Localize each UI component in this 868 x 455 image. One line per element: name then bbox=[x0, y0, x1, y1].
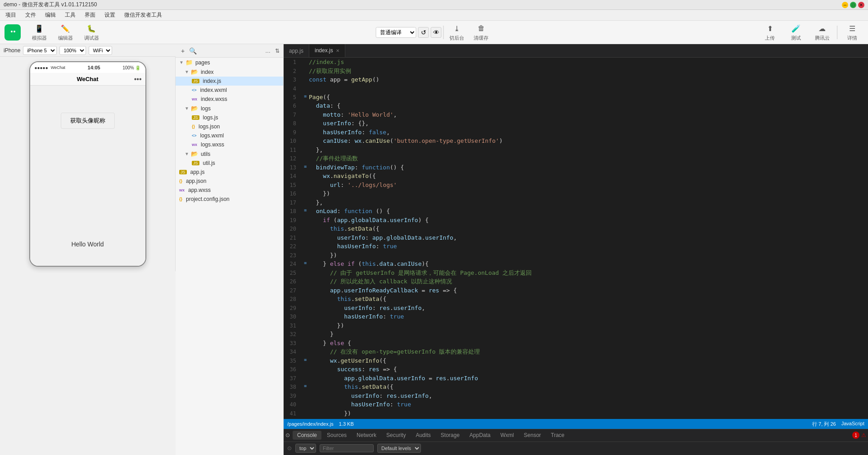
switchboard-button[interactable]: ⤓ 切后台 bbox=[446, 21, 468, 43]
cloud-icon: ☁ bbox=[817, 23, 827, 34]
filetree-item-logs-js[interactable]: JS logs.js bbox=[176, 113, 283, 122]
app-logo bbox=[5, 24, 21, 41]
tab-audits[interactable]: Audits bbox=[411, 431, 435, 440]
network-select[interactable]: WiFi 4G 3G bbox=[89, 46, 112, 55]
code-line-18: 18 ≡ onLoad: function () { bbox=[284, 207, 868, 216]
nav-more-button[interactable]: ••• bbox=[134, 75, 142, 83]
toolbar-right: ⬆ 上传 🧪 测试 ☁ 腾讯云 ☰ 详情 bbox=[759, 21, 863, 43]
logs-expand-icon: ▼ bbox=[185, 106, 189, 111]
menu-devtools[interactable]: 微信开发者工具 bbox=[121, 10, 166, 20]
utils-folder-label: utils bbox=[201, 151, 210, 157]
menu-interface[interactable]: 界面 bbox=[81, 10, 99, 20]
code-line-34: 34 // 在没有 open-type=getUserInfo 版本的兼容处理 bbox=[284, 347, 868, 356]
filetree-item-logs-folder[interactable]: ▼ 📂 logs bbox=[176, 104, 283, 113]
tab-network[interactable]: Network bbox=[352, 431, 381, 440]
clear-cache-button[interactable]: 🗑 清缓存 bbox=[470, 21, 493, 43]
tab-sources[interactable]: Sources bbox=[322, 431, 351, 440]
tab-console[interactable]: Console bbox=[293, 431, 321, 440]
details-button[interactable]: ☰ 详情 bbox=[841, 21, 863, 43]
get-avatar-button[interactable]: 获取头像昵称 bbox=[61, 113, 115, 129]
debugger-button[interactable]: 🐛 调试器 bbox=[80, 21, 103, 43]
tab-trace[interactable]: Trace bbox=[547, 431, 569, 440]
context-select[interactable]: top bbox=[295, 444, 316, 453]
preview-eye-button[interactable]: 👁 bbox=[431, 27, 442, 38]
filetree-item-index-wxss[interactable]: wx index.wxss bbox=[176, 95, 283, 104]
logs-folder-label: logs bbox=[201, 105, 211, 112]
close-button[interactable]: ✕ bbox=[858, 2, 864, 8]
app-wxss-icon: wx bbox=[179, 188, 185, 192]
tab-wxml[interactable]: Wxml bbox=[496, 431, 519, 440]
filetree-sort-button[interactable]: ⇅ bbox=[275, 48, 280, 54]
tab-app-js[interactable]: app.js bbox=[284, 44, 309, 57]
tab-security[interactable]: Security bbox=[382, 431, 410, 440]
iphone-label: iPhone bbox=[4, 47, 20, 54]
filetree-more-button[interactable]: … bbox=[265, 48, 271, 54]
code-line-9: 9 hasUserInfo: false, bbox=[284, 128, 868, 137]
tab-appdata[interactable]: AppData bbox=[465, 431, 495, 440]
zoom-select[interactable]: 100% 75% 50% bbox=[59, 46, 86, 55]
filetree-item-index-js[interactable]: JS index.js bbox=[176, 77, 283, 86]
add-file-button[interactable]: + bbox=[179, 46, 186, 55]
code-line-27: 27 app.userInfoReadyCallback = res => { bbox=[284, 286, 868, 295]
filter-input[interactable] bbox=[320, 444, 374, 452]
filetree-item-logs-json[interactable]: {} logs.json bbox=[176, 122, 283, 131]
filetree-item-utils-folder[interactable]: ▼ 📂 utils bbox=[176, 149, 283, 159]
console-toggle-btn[interactable]: ⊙ bbox=[287, 445, 292, 451]
filetree-item-app-json[interactable]: {} app.json bbox=[176, 177, 283, 186]
test-button[interactable]: 🧪 测试 bbox=[785, 21, 807, 43]
filetree-item-index-wxml[interactable]: <> index.wxml bbox=[176, 86, 283, 95]
tab-storage[interactable]: Storage bbox=[436, 431, 464, 440]
tab-index-js-close[interactable]: ✕ bbox=[336, 48, 339, 53]
pages-label: pages bbox=[195, 59, 210, 66]
code-editor[interactable]: 1 //index.js 2 //获取应用实例 3 bbox=[284, 58, 868, 419]
test-icon: 🧪 bbox=[791, 23, 801, 34]
code-line-20: 20 this.setData({ bbox=[284, 224, 868, 233]
code-line-25: 25 // 由于 getUserInfo 是网络请求，可能会在 Page.onL… bbox=[284, 268, 868, 278]
switchboard-icon: ⤓ bbox=[452, 23, 462, 34]
filetree-item-util-js[interactable]: JS util.js bbox=[176, 159, 283, 168]
maximize-button[interactable]: □ bbox=[850, 2, 856, 8]
menu-settings[interactable]: 设置 bbox=[101, 10, 119, 20]
tab-index-js-label: index.js bbox=[315, 47, 333, 54]
app-title: demo - 微信开发者工具 v1.01.1712150 bbox=[4, 1, 97, 9]
filetree-item-pages[interactable]: ▼ 📁 pages bbox=[176, 58, 283, 67]
filetree-item-index-folder[interactable]: ▼ 📂 index bbox=[176, 67, 283, 77]
filetree-item-logs-wxss[interactable]: wx logs.wxss bbox=[176, 140, 283, 149]
cloud-button[interactable]: ☁ 腾讯云 bbox=[811, 21, 833, 43]
code-line-5: 5 ≡ Page({ bbox=[284, 93, 868, 102]
index-folder-icon: 📂 bbox=[191, 68, 198, 75]
compile-mode-select[interactable]: 普通编译 bbox=[376, 27, 416, 38]
menu-file[interactable]: 文件 bbox=[22, 10, 40, 20]
filetree-item-app-js[interactable]: JS app.js bbox=[176, 168, 283, 177]
editor-icon: ✏️ bbox=[60, 23, 71, 34]
app-json-label: app.json bbox=[186, 178, 206, 184]
utils-expand-icon: ▼ bbox=[185, 151, 189, 156]
menu-edit[interactable]: 编辑 bbox=[41, 10, 59, 20]
wxss-icon: wx bbox=[192, 97, 197, 101]
minimize-button[interactable]: ─ bbox=[842, 2, 848, 8]
console-toggle-icon[interactable]: ⊙ bbox=[285, 432, 290, 438]
js-icon: JS bbox=[192, 79, 199, 83]
editor-button[interactable]: ✏️ 编辑器 bbox=[54, 21, 77, 43]
simulator-button[interactable]: 📱 模拟器 bbox=[28, 21, 50, 43]
upload-button[interactable]: ⬆ 上传 bbox=[759, 21, 781, 43]
wifi-status: WeChat bbox=[51, 65, 65, 70]
signal-icon: ●●●●● bbox=[35, 65, 48, 70]
device-select[interactable]: iPhone 5 iPhone 6 iPhone X bbox=[23, 46, 57, 55]
filetree-item-app-wxss[interactable]: wx app.wxss bbox=[176, 186, 283, 195]
menu-project[interactable]: 项目 bbox=[2, 10, 20, 20]
search-button[interactable]: 🔍 bbox=[189, 47, 197, 55]
index-folder-label: index bbox=[201, 69, 214, 75]
refresh-button[interactable]: ↺ bbox=[418, 27, 429, 38]
phone-content: 获取头像昵称 Hello World bbox=[30, 86, 145, 266]
tab-sensor[interactable]: Sensor bbox=[520, 431, 546, 440]
simulator-icon: 📱 bbox=[34, 23, 45, 34]
clear-cache-icon: 🗑 bbox=[476, 23, 487, 34]
filetree-item-logs-wxml[interactable]: <> logs.wxml bbox=[176, 131, 283, 140]
menu-tools[interactable]: 工具 bbox=[61, 10, 79, 20]
tab-index-js[interactable]: index.js ✕ bbox=[309, 44, 345, 57]
file-path: /pages/index/index.js bbox=[287, 421, 334, 427]
level-select[interactable]: Default levels Verbose Info Warning Erro… bbox=[377, 444, 421, 453]
filetree-item-project-config[interactable]: {} project.config.json bbox=[176, 195, 283, 204]
hello-world-text: Hello World bbox=[71, 241, 104, 248]
